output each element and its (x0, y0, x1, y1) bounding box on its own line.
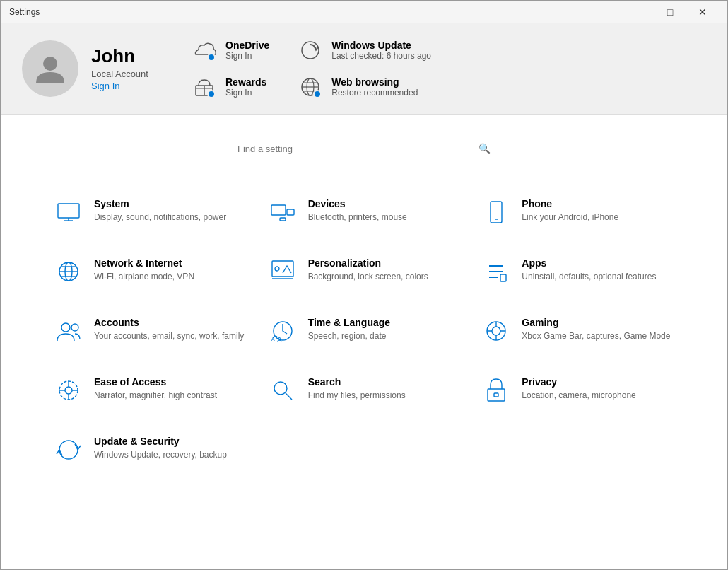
apps-desc: Uninstall, defaults, optional features (522, 271, 656, 283)
svg-point-36 (492, 327, 500, 335)
web-browsing-service[interactable]: Web browsing Restore recommended (298, 74, 431, 100)
onedrive-desc: Sign In (225, 51, 269, 61)
svg-point-43 (274, 382, 287, 395)
settings-item-apps[interactable]: Apps Uninstall, defaults, optional featu… (471, 242, 685, 301)
settings-item-phone[interactable]: Phone Link your Android, iPhone (471, 182, 685, 242)
onedrive-dot (207, 53, 216, 62)
ease-text: Ease of Access Narrator, magnifier, high… (94, 376, 217, 402)
search-box: 🔍 (230, 136, 498, 161)
windows-update-name: Windows Update (331, 40, 431, 51)
apps-title: Apps (522, 257, 656, 269)
settings-item-ease[interactable]: Ease of Access Narrator, magnifier, high… (43, 361, 257, 420)
web-browsing-text: Web browsing Restore recommended (331, 76, 418, 98)
settings-item-system[interactable]: System Display, sound, notifications, po… (43, 182, 257, 242)
devices-title: Devices (308, 198, 407, 209)
settings-item-time[interactable]: AA Time & Language Speech, region, date (257, 301, 471, 361)
onedrive-name: OneDrive (225, 40, 269, 51)
svg-line-44 (286, 393, 292, 400)
web-browsing-desc: Restore recommended (331, 88, 418, 98)
settings-item-devices[interactable]: Devices Bluetooth, printers, mouse (257, 182, 471, 242)
windows-update-text: Windows Update Last checked: 6 hours ago (331, 40, 431, 61)
search-input[interactable] (237, 144, 479, 154)
apps-settings-icon (482, 257, 510, 286)
privacy-title: Privacy (522, 376, 635, 388)
web-browsing-icon (298, 74, 323, 100)
time-settings-icon: AA (269, 317, 297, 345)
settings-item-privacy[interactable]: Privacy Location, camera, microphone (471, 361, 685, 420)
devices-settings-icon (269, 198, 297, 226)
settings-item-update[interactable]: Update & Security Windows Update, recove… (43, 420, 257, 479)
svg-rect-29 (500, 274, 506, 281)
svg-rect-13 (271, 205, 286, 215)
time-text: Time & Language Speech, region, date (308, 317, 390, 342)
time-desc: Speech, region, date (308, 330, 390, 342)
svg-rect-14 (287, 209, 294, 215)
update-settings-icon (54, 436, 83, 464)
gaming-settings-icon (482, 317, 510, 345)
phone-title: Phone (522, 198, 618, 209)
close-button[interactable]: ✕ (686, 1, 719, 23)
onedrive-service[interactable]: OneDrive Sign In (192, 37, 269, 63)
devices-text: Devices Bluetooth, printers, mouse (308, 198, 407, 223)
privacy-text: Privacy Location, camera, microphone (522, 376, 635, 402)
svg-point-38 (65, 387, 72, 394)
settings-item-network[interactable]: Network & Internet Wi-Fi, airplane mode,… (43, 242, 257, 301)
service-column-2: Windows Update Last checked: 6 hours ago (298, 37, 431, 100)
onedrive-icon (192, 37, 217, 63)
search-section: 🔍 (1, 115, 727, 175)
privacy-desc: Location, camera, microphone (522, 390, 635, 402)
svg-rect-46 (494, 393, 498, 397)
update-title: Update & Security (94, 436, 227, 447)
rewards-desc: Sign In (225, 88, 266, 98)
system-title: System (94, 198, 226, 209)
windows-update-icon (298, 37, 323, 63)
privacy-settings-icon (482, 376, 510, 405)
person-icon (33, 51, 68, 86)
settings-item-personalization[interactable]: Personalization Background, lock screen,… (257, 242, 471, 301)
web-browsing-name: Web browsing (331, 76, 418, 88)
settings-item-gaming[interactable]: Gaming Xbox Game Bar, captures, Game Mod… (471, 301, 685, 361)
header-services: OneDrive Sign In Rewards Sig (192, 37, 706, 100)
profile-sign-in-link[interactable]: Sign In (91, 81, 119, 91)
phone-text: Phone Link your Android, iPhone (522, 198, 618, 223)
profile-section: John Local Account Sign In (22, 40, 163, 97)
personalization-title: Personalization (308, 257, 428, 269)
profile-info: John Local Account Sign In (91, 45, 148, 92)
window-controls: – □ ✕ (621, 1, 719, 23)
personalization-text: Personalization Background, lock screen,… (308, 257, 428, 283)
service-column-1: OneDrive Sign In Rewards Sig (192, 37, 269, 100)
time-title: Time & Language (308, 317, 390, 328)
settings-item-search[interactable]: Search Find my files, permissions (257, 361, 471, 420)
svg-text:A: A (271, 337, 275, 342)
accounts-settings-icon (54, 317, 83, 345)
svg-rect-45 (488, 389, 505, 401)
network-desc: Wi-Fi, airplane mode, VPN (94, 271, 194, 283)
settings-item-accounts[interactable]: Accounts Your accounts, email, sync, wor… (43, 301, 257, 361)
settings-grid: System Display, sound, notifications, po… (1, 175, 727, 487)
windows-update-service[interactable]: Windows Update Last checked: 6 hours ago (298, 37, 431, 63)
search-icon: 🔍 (479, 143, 491, 154)
rewards-service[interactable]: Rewards Sign In (192, 74, 269, 100)
system-settings-icon (54, 198, 83, 226)
ease-desc: Narrator, magnifier, high contrast (94, 390, 217, 402)
gaming-title: Gaming (522, 317, 670, 328)
windows-update-desc: Last checked: 6 hours ago (331, 51, 431, 61)
network-settings-icon (54, 257, 83, 286)
svg-point-25 (275, 267, 279, 271)
search-settings-icon (269, 376, 297, 405)
system-text: System Display, sound, notifications, po… (94, 198, 226, 223)
minimize-button[interactable]: – (621, 1, 654, 23)
rewards-name: Rewards (225, 76, 266, 88)
update-desc: Windows Update, recovery, backup (94, 449, 227, 461)
account-type: Local Account (91, 69, 148, 79)
header-section: John Local Account Sign In OneDrive Sign… (1, 23, 727, 115)
svg-point-31 (71, 324, 78, 331)
ease-title: Ease of Access (94, 376, 217, 388)
search-title: Search (308, 376, 406, 388)
ease-settings-icon (54, 376, 83, 405)
maximize-button[interactable]: □ (654, 1, 686, 23)
titlebar: Settings – □ ✕ (1, 1, 727, 23)
avatar (22, 40, 78, 97)
app-title: Settings (9, 7, 40, 17)
svg-rect-15 (280, 218, 286, 221)
